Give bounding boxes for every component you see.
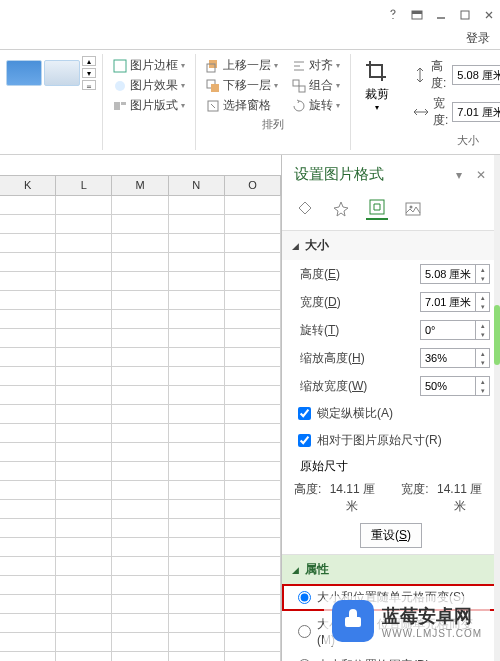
ribbon: ▴▾＝ 图片边框▾ 图片效果▾ 图片版式▾ 上移一层▾ 下移一层▾ 选择窗格 对… xyxy=(0,49,500,155)
size-section: ◢大小 高度(E)▴▾ 宽度(D)▴▾ 旋转(T)▴▾ 缩放高度(H)▴▾ 缩放… xyxy=(282,230,500,554)
col-header[interactable]: L xyxy=(56,176,112,195)
panel-task-dropdown-icon[interactable]: ▾ xyxy=(452,168,466,182)
col-header[interactable]: M xyxy=(112,176,168,195)
group-label: 组合 xyxy=(309,77,333,94)
svg-rect-7 xyxy=(121,102,126,105)
format-picture-panel: 设置图片格式 ▾ ✕ ◢大小 高度(E)▴▾ 宽度(D)▴▾ 旋转(T)▴▾ 缩… xyxy=(282,155,500,661)
ribbon-width-spinner[interactable]: ▴▾ xyxy=(452,102,500,122)
ribbon-height-input[interactable] xyxy=(453,69,500,81)
bring-forward-label: 上移一层 xyxy=(223,57,271,74)
orig-width-value: 14.11 厘米 xyxy=(435,481,485,515)
scale-width-spinner[interactable]: ▴▾ xyxy=(420,376,490,396)
svg-rect-6 xyxy=(114,102,120,110)
selection-pane-button[interactable]: 选择窗格 xyxy=(202,96,282,115)
panel-title: 设置图片格式 xyxy=(294,165,384,184)
height-input[interactable] xyxy=(421,268,475,280)
height-spinner[interactable]: ▴▾ xyxy=(420,264,490,284)
picture-layout-label: 图片版式 xyxy=(130,97,178,114)
watermark: 蓝莓安卓网WWW.LMJST.COM xyxy=(324,596,490,646)
send-backward-button[interactable]: 下移一层▾ xyxy=(202,76,282,95)
ribbon-width-label: 宽度: xyxy=(433,95,448,129)
selection-pane-label: 选择窗格 xyxy=(223,97,271,114)
col-header[interactable]: O xyxy=(225,176,281,195)
svg-rect-4 xyxy=(114,60,126,72)
panel-tabs xyxy=(282,192,500,230)
width-icon xyxy=(413,105,429,119)
col-header[interactable]: K xyxy=(0,176,56,195)
rotate-button[interactable]: 旋转▾ xyxy=(288,96,344,115)
size-group-label: 大小 xyxy=(409,133,500,148)
ribbon-height-label: 高度: xyxy=(431,58,448,92)
picture-effects-button[interactable]: 图片效果▾ xyxy=(109,76,189,95)
scale-width-input[interactable] xyxy=(421,380,475,392)
width-input[interactable] xyxy=(421,296,475,308)
scale-height-spinner[interactable]: ▴▾ xyxy=(420,348,490,368)
minimize-icon[interactable] xyxy=(434,8,448,22)
title-bar xyxy=(0,0,500,30)
login-link[interactable]: 登录 xyxy=(0,30,500,47)
group-button[interactable]: 组合▾ xyxy=(288,76,344,95)
svg-rect-18 xyxy=(370,200,384,214)
watermark-cn: 蓝莓安卓网 xyxy=(382,604,482,628)
style-thumb-2[interactable] xyxy=(44,60,80,86)
picture-border-label: 图片边框 xyxy=(130,57,178,74)
svg-rect-16 xyxy=(293,80,299,86)
picture-styles-group: ▴▾＝ xyxy=(0,54,103,150)
tab-effects-icon[interactable] xyxy=(330,198,352,220)
height-icon xyxy=(413,67,427,83)
svg-rect-1 xyxy=(412,11,422,14)
orig-height-label: 高度: xyxy=(294,481,321,515)
grid-rows[interactable] xyxy=(0,196,281,661)
panel-close-icon[interactable]: ✕ xyxy=(474,168,488,182)
rotation-input[interactable] xyxy=(421,324,475,336)
picture-format-group: 图片边框▾ 图片效果▾ 图片版式▾ xyxy=(103,54,196,150)
no-move-label: 大小和位置均固定(D) xyxy=(317,657,430,661)
move-size-cells-radio[interactable] xyxy=(298,591,311,604)
tab-fill-icon[interactable] xyxy=(294,198,316,220)
relative-original-label: 相对于图片原始尺寸(R) xyxy=(317,432,442,449)
ribbon-height-spinner[interactable]: ▴▾ xyxy=(452,65,500,85)
relative-original-checkbox[interactable] xyxy=(298,434,311,447)
rotation-spinner[interactable]: ▴▾ xyxy=(420,320,490,340)
width-spinner[interactable]: ▴▾ xyxy=(420,292,490,312)
rotation-label: 旋转(T) xyxy=(300,322,339,339)
maximize-icon[interactable] xyxy=(458,8,472,22)
ribbon-display-icon[interactable] xyxy=(410,8,424,22)
move-no-size-radio[interactable] xyxy=(298,625,311,638)
rotate-label: 旋转 xyxy=(309,97,333,114)
width-label: 宽度(D) xyxy=(300,294,341,311)
tab-picture-icon[interactable] xyxy=(402,198,424,220)
style-thumb-1[interactable] xyxy=(6,60,42,86)
original-size-label: 原始尺寸 xyxy=(300,459,348,473)
size-section-header[interactable]: ◢大小 xyxy=(282,231,500,260)
reset-button[interactable]: 重设(S) xyxy=(360,523,422,548)
bring-forward-button[interactable]: 上移一层▾ xyxy=(202,56,282,75)
col-header[interactable]: N xyxy=(169,176,225,195)
watermark-en: WWW.LMJST.COM xyxy=(382,628,482,639)
help-icon[interactable] xyxy=(386,8,400,22)
properties-section-header[interactable]: ◢属性 xyxy=(282,555,500,584)
ribbon-width-input[interactable] xyxy=(453,106,500,118)
close-icon[interactable] xyxy=(482,8,496,22)
picture-border-button[interactable]: 图片边框▾ xyxy=(109,56,189,75)
crop-button[interactable]: 裁剪 ▾ xyxy=(357,56,397,114)
panel-scrollbar[interactable] xyxy=(494,155,500,661)
worksheet-area[interactable]: K L M N O xyxy=(0,155,282,661)
svg-point-5 xyxy=(115,81,125,91)
height-label: 高度(E) xyxy=(300,266,340,283)
svg-rect-21 xyxy=(345,617,361,627)
picture-effects-label: 图片效果 xyxy=(130,77,178,94)
lock-aspect-label: 锁定纵横比(A) xyxy=(317,405,393,422)
panel-scroll-thumb[interactable] xyxy=(494,305,500,365)
scale-height-input[interactable] xyxy=(421,352,475,364)
orig-height-value: 14.11 厘米 xyxy=(327,481,377,515)
tab-size-icon[interactable] xyxy=(366,198,388,220)
align-button[interactable]: 对齐▾ xyxy=(288,56,344,75)
svg-rect-3 xyxy=(461,11,469,19)
picture-layout-button[interactable]: 图片版式▾ xyxy=(109,96,189,115)
style-gallery-expand[interactable]: ▴▾＝ xyxy=(82,56,96,90)
align-label: 对齐 xyxy=(309,57,333,74)
scale-width-label: 缩放宽度(W) xyxy=(300,378,367,395)
content-area: K L M N O 设置图片格式 ▾ ✕ ◢大小 高度(E)▴▾ 宽度(D)▴▾ xyxy=(0,155,500,661)
lock-aspect-checkbox[interactable] xyxy=(298,407,311,420)
